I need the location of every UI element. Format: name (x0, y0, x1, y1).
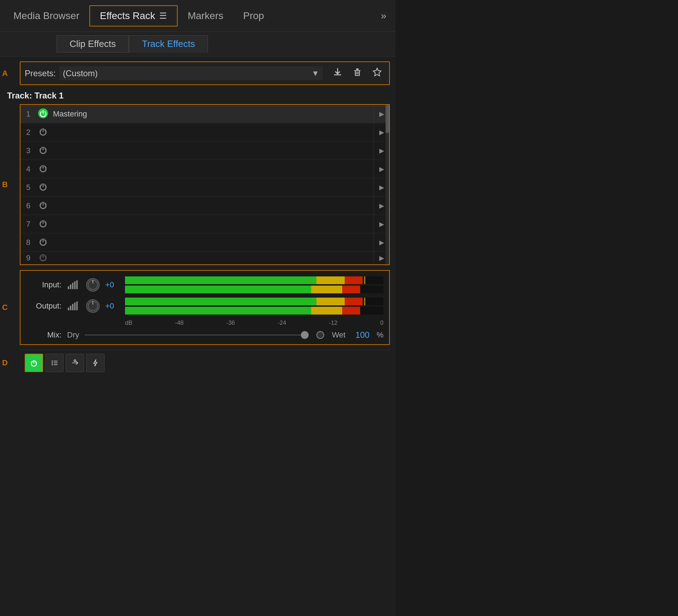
insert-button[interactable] (66, 354, 84, 372)
tab-effects-rack[interactable]: Effects Rack ☰ (89, 5, 178, 26)
output-knob[interactable] (86, 299, 100, 313)
power-on-icon (38, 108, 48, 118)
input-meter-marker (364, 276, 365, 284)
tab-markers[interactable]: Markers (178, 6, 233, 26)
insert-icon (71, 359, 79, 367)
power-toolbar-icon (30, 359, 38, 367)
effect-row-2[interactable]: 2 ▶ (20, 123, 389, 142)
tab-prop[interactable]: Prop (233, 6, 274, 26)
svg-rect-23 (72, 304, 73, 310)
tab-bar: Media Browser Effects Rack ☰ Markers Pro… (0, 0, 396, 32)
list-button[interactable] (45, 354, 64, 372)
svg-point-35 (74, 360, 76, 361)
svg-marker-4 (373, 68, 381, 76)
preset-download-button[interactable] (330, 66, 345, 81)
input-meter (125, 276, 383, 293)
output-meter-marker (364, 298, 365, 305)
mix-slider[interactable] (85, 335, 308, 335)
svg-rect-25 (76, 301, 78, 310)
power-off-icon-8 (38, 237, 48, 247)
effect-power-3[interactable] (36, 145, 50, 156)
effect-num-2: 2 (20, 128, 36, 137)
presets-row: Presets: (Custom) ▼ (20, 61, 390, 85)
mix-slider-wrapper (85, 331, 308, 339)
effect-row-3[interactable]: 3 ▶ (20, 142, 389, 160)
db-label-12: -12 (329, 319, 338, 327)
tab-effects-rack-label: Effects Rack (100, 10, 155, 22)
effect-row-1[interactable]: 1 Mastering ▶ (20, 105, 389, 123)
sub-tab-bar: Clip Effects Track Effects (0, 32, 396, 56)
output-bars-icon (67, 301, 81, 311)
mix-value: 100 (355, 330, 369, 340)
effect-name-1: Mastering (50, 109, 374, 119)
power-off-icon-9 (38, 252, 48, 262)
svg-point-29 (52, 360, 53, 361)
effect-power-2[interactable] (36, 127, 50, 138)
output-meter-red (345, 298, 363, 305)
power-off-icon-5 (38, 182, 48, 192)
preset-delete-button[interactable] (350, 66, 365, 81)
mix-dry-label: Dry (67, 330, 79, 340)
output-meter-yellow (316, 298, 345, 305)
effect-row-8[interactable]: 8 ▶ (20, 233, 389, 252)
output-meter-green (125, 298, 316, 305)
effect-power-7[interactable] (36, 219, 50, 230)
power-off-icon-3 (38, 145, 48, 155)
output-meter-green2 (125, 307, 311, 315)
effect-row-5[interactable]: 5 ▶ (20, 178, 389, 197)
power-button[interactable] (25, 354, 43, 372)
effect-row-9[interactable]: 9 ▶ (20, 252, 389, 264)
effect-power-6[interactable] (36, 200, 50, 211)
input-meter-red2 (342, 286, 360, 293)
presets-actions (330, 66, 385, 81)
input-meter-row1 (125, 276, 383, 284)
trash-icon (352, 67, 362, 77)
effect-power-8[interactable] (36, 237, 50, 248)
output-meter-empty (363, 298, 383, 305)
presets-dropdown[interactable]: (Custom) (59, 66, 323, 80)
label-c: C (2, 303, 8, 312)
input-knob[interactable] (86, 278, 100, 292)
input-meter-row2 (125, 286, 383, 293)
output-value: +0 (105, 301, 119, 311)
effect-power-1[interactable] (36, 108, 50, 120)
svg-rect-14 (68, 286, 69, 289)
tab-media-browser[interactable]: Media Browser (4, 6, 89, 26)
effect-row-6[interactable]: 6 ▶ (20, 197, 389, 215)
download-icon (333, 67, 343, 77)
effect-row-7[interactable]: 7 ▶ (20, 215, 389, 233)
knob-output-icon (87, 299, 99, 313)
lightning-button[interactable] (86, 354, 105, 372)
mix-row: Mix: Dry Wet 100 % (26, 330, 383, 340)
output-meter-row1 (125, 298, 383, 305)
effect-num-1: 1 (20, 109, 36, 119)
svg-rect-21 (68, 307, 69, 310)
svg-rect-16 (72, 283, 73, 289)
label-a: A (2, 69, 8, 78)
effect-power-4[interactable] (36, 163, 50, 175)
mix-wet-label: Wet (332, 330, 346, 340)
output-meter-empty2 (360, 307, 383, 315)
effect-row-4[interactable]: 4 ▶ (20, 160, 389, 178)
db-label-0: 0 (380, 319, 383, 327)
db-scale-row: dB -48 -36 -24 -12 0 (26, 319, 383, 327)
track-label: Track: Track 1 (6, 91, 390, 101)
db-label-48: -48 (175, 319, 184, 327)
effect-power-5[interactable] (36, 182, 50, 193)
menu-icon[interactable]: ☰ (159, 11, 167, 21)
label-b: B (2, 180, 8, 189)
input-row: Input: +0 (26, 276, 383, 293)
tab-track-effects[interactable]: Track Effects (129, 35, 208, 53)
output-label: Output: (26, 301, 61, 311)
scrollbar-thumb[interactable] (386, 105, 389, 133)
input-value: +0 (105, 280, 119, 289)
output-row: Output: +0 (26, 298, 383, 315)
effect-power-9[interactable] (36, 252, 50, 264)
effects-scrollbar[interactable] (386, 105, 389, 264)
input-meter-red (345, 276, 363, 284)
tab-more-button[interactable]: » (375, 6, 392, 26)
tab-clip-effects[interactable]: Clip Effects (56, 35, 129, 53)
input-meter-green (125, 276, 316, 284)
preset-star-button[interactable] (369, 66, 385, 81)
presets-label: Presets: (25, 68, 56, 78)
